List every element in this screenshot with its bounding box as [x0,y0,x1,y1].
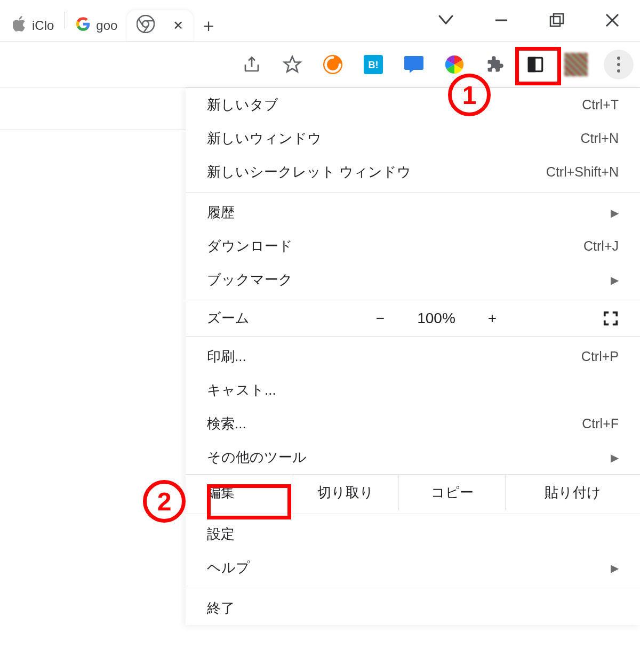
extension-hatena-icon[interactable]: B! [361,52,386,77]
dot-icon [617,63,620,66]
share-icon[interactable] [239,52,265,77]
star-icon[interactable] [279,52,305,77]
svg-marker-10 [410,69,415,73]
menu-item-more-tools[interactable]: その他のツール ▶ [186,441,640,474]
menu-item-new-incognito[interactable]: 新しいシークレット ウィンドウ Ctrl+Shift+N [186,155,640,189]
window-controls [418,0,640,41]
menu-separator [186,336,640,337]
title-bar: iClo goo ✕ ＋ [0,0,640,42]
menu-label: 履歴 [207,203,235,222]
menu-item-zoom: ズーム − 100% + [186,303,640,333]
menu-shortcut: Ctrl+N [580,131,619,146]
menu-label: 検索... [207,414,246,433]
svg-rect-3 [550,17,560,26]
menu-label: 新しいタブ [207,95,278,114]
menu-separator [186,300,640,300]
chrome-icon [137,15,155,36]
chevron-right-icon: ▶ [611,451,619,464]
annotation-box-menu [515,47,561,85]
menu-shortcut: Ctrl+J [583,238,619,254]
fullscreen-button[interactable] [516,310,619,326]
profile-avatar[interactable] [563,52,589,77]
svg-text:B!: B! [369,60,379,70]
chrome-main-menu: 新しいタブ Ctrl+T 新しいウィンドウ Ctrl+N 新しいシークレット ウ… [186,87,640,625]
menu-item-cast[interactable]: キャスト... [186,373,640,407]
chevron-right-icon: ▶ [611,562,619,574]
extension-avast-icon[interactable] [320,52,346,77]
menu-label: キャスト... [207,381,276,399]
close-window-button[interactable] [585,0,640,41]
menu-label: その他のツール [207,448,307,467]
menu-label: 設定 [207,525,235,543]
tab-label: goo [96,18,117,33]
menu-item-find[interactable]: 検索... Ctrl+F [186,407,640,441]
menu-separator [186,588,640,588]
minimize-button[interactable] [474,0,529,41]
annotation-badge-2: 2 [143,480,186,523]
annotation-box-settings [207,484,291,519]
tab-label: iClo [32,18,54,33]
extension-colorwheel-icon[interactable] [442,52,467,77]
menu-item-help[interactable]: ヘルプ ▶ [186,551,640,585]
tab-search-button[interactable] [418,0,474,41]
close-tab-icon[interactable]: ✕ [160,18,183,33]
menu-label: ズーム [207,309,356,327]
menu-label: 終了 [207,599,235,618]
menu-item-print[interactable]: 印刷... Ctrl+P [186,340,640,373]
menu-item-history[interactable]: 履歴 ▶ [186,196,640,229]
svg-marker-5 [284,57,300,72]
tab-google[interactable]: goo [66,10,127,41]
menu-label: ダウンロード [207,237,293,255]
menu-label: ヘルプ [207,558,250,577]
menu-shortcut: Ctrl+Shift+N [546,164,619,180]
menu-item-bookmarks[interactable]: ブックマーク ▶ [186,263,640,297]
menu-separator [186,192,640,193]
zoom-out-button[interactable]: − [356,310,404,327]
edit-paste-button[interactable]: 貼り付け [506,474,640,510]
chevron-right-icon: ▶ [611,206,619,219]
bookmarks-bar-placeholder [0,87,186,130]
chevron-right-icon: ▶ [611,274,619,286]
svg-rect-9 [404,56,423,70]
apple-icon [13,16,27,35]
svg-rect-4 [554,14,563,23]
dot-icon [617,57,620,60]
tab-separator [65,12,65,29]
edit-cut-button[interactable]: 切り取り [292,474,399,510]
kebab-menu-button[interactable] [604,50,634,79]
menu-label: ブックマーク [207,270,293,289]
menu-item-new-window[interactable]: 新しいウィンドウ Ctrl+N [186,122,640,155]
menu-label: 印刷... [207,347,246,366]
menu-label: 新しいウィンドウ [207,129,322,148]
extensions-puzzle-icon[interactable] [482,52,508,77]
menu-item-settings[interactable]: 設定 [186,517,640,551]
tab-active[interactable]: ✕ [127,10,193,41]
menu-item-exit[interactable]: 終了 [186,591,640,625]
maximize-button[interactable] [529,0,585,41]
menu-item-new-tab[interactable]: 新しいタブ Ctrl+T [186,88,640,122]
menu-shortcut: Ctrl+F [582,416,619,431]
zoom-level: 100% [404,310,468,327]
edit-copy-button[interactable]: コピー [399,474,506,510]
tab-strip: iClo goo ✕ ＋ [0,0,418,41]
menu-shortcut: Ctrl+P [581,349,619,364]
dot-icon [617,69,620,73]
menu-item-downloads[interactable]: ダウンロード Ctrl+J [186,229,640,263]
zoom-in-button[interactable]: + [468,310,516,327]
extension-chat-icon[interactable] [401,52,427,77]
menu-label: 新しいシークレット ウィンドウ [207,163,411,181]
google-g-icon [76,17,91,35]
menu-shortcut: Ctrl+T [582,97,619,113]
annotation-badge-1: 1 [448,74,491,116]
tab-icloud[interactable]: iClo [3,10,63,41]
new-tab-button[interactable]: ＋ [193,10,224,41]
